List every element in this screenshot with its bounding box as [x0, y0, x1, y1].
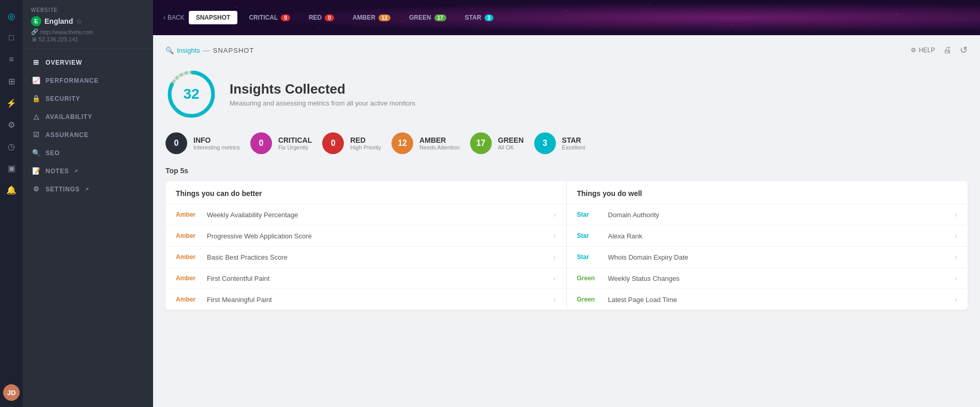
well-label-4: Latest Page Load Time: [608, 296, 955, 304]
better-arrow-2: ›: [553, 253, 556, 261]
stat-star[interactable]: 3 STAR Excellent: [534, 132, 585, 154]
star-sublabel: Excellent: [562, 144, 585, 150]
nav-icon-clock[interactable]: ◷: [2, 137, 21, 156]
critical-badge: 0: [281, 14, 290, 21]
sidebar-item-settings[interactable]: ⚙ SETTINGS ↗: [23, 180, 153, 198]
well-arrow-1: ›: [955, 232, 957, 240]
site-name-row: E England ☆: [31, 16, 145, 26]
sidebar-item-assurance[interactable]: ☑ ASSURANCE: [23, 126, 153, 144]
overview-icon: ⊞: [32, 58, 40, 66]
better-status-0: Amber: [176, 211, 207, 218]
green-sublabel: All OK: [498, 144, 524, 150]
site-name[interactable]: England: [44, 17, 73, 25]
critical-circle: 0: [250, 132, 272, 154]
better-arrow-1: ›: [553, 232, 556, 240]
nav-icon-dashboard[interactable]: ⊞: [2, 71, 21, 91]
nav-icon-bell[interactable]: 🔔: [2, 180, 21, 200]
top5-better-row-0[interactable]: Amber Weekly Availability Percentage ›: [165, 204, 566, 225]
amber-circle: 12: [391, 132, 413, 154]
sidebar-item-overview[interactable]: ⊞ OVERVIEW: [23, 53, 153, 71]
nav-icon-monitor[interactable]: □: [2, 28, 21, 48]
insights-text: Insights Collected Measuring and assessi…: [230, 81, 415, 107]
top5-well-col: Things you do well Star Domain Authority…: [567, 181, 968, 310]
top5-better-heading: Things you can do better: [165, 181, 566, 204]
top5-better-row-2[interactable]: Amber Basic Best Practices Score ›: [165, 247, 566, 268]
website-section: WEBSITE E England ☆ 🔗 http://www.thefa.c…: [23, 0, 153, 49]
red-circle: 0: [322, 132, 344, 154]
green-badge: 17: [434, 14, 446, 21]
top5-better-row-4[interactable]: Amber First Meaningful Paint ›: [165, 289, 566, 310]
better-arrow-3: ›: [553, 274, 556, 282]
star-badge: 3: [485, 14, 494, 21]
insights-banner: 32 Insights Collected Measuring and asse…: [153, 63, 980, 132]
breadcrumb-link[interactable]: Insights: [177, 47, 200, 54]
sidebar-item-performance[interactable]: 📈 PERFORMANCE: [23, 71, 153, 89]
breadcrumb: 🔍 Insights — SNAPSHOT: [165, 47, 254, 54]
red-label: RED: [350, 136, 381, 144]
top5-well-row-4[interactable]: Green Latest Page Load Time ›: [567, 289, 968, 310]
back-arrow-icon: ‹: [163, 14, 165, 21]
star-label: STAR: [562, 136, 585, 144]
settings-icon: ⚙: [32, 185, 40, 193]
tab-green[interactable]: GREEN 17: [402, 11, 454, 24]
external-icon: ↗: [74, 169, 79, 174]
notes-icon: 📝: [32, 167, 40, 175]
site-ip: 🖥 52.136.225.141: [31, 36, 145, 42]
sidebar: WEBSITE E England ☆ 🔗 http://www.thefa.c…: [23, 0, 153, 407]
info-circle: 0: [165, 132, 187, 154]
help-button[interactable]: ⚙ HELP: [911, 47, 935, 54]
search-icon: 🔍: [165, 47, 174, 54]
top5-well-heading: Things you do well: [567, 181, 968, 204]
top5-well-row-3[interactable]: Green Weekly Status Changes ›: [567, 268, 968, 289]
stat-green[interactable]: 17 GREEN All OK: [470, 132, 524, 154]
breadcrumb-separator: —: [203, 47, 210, 54]
back-button[interactable]: ‹ BACK: [163, 14, 185, 21]
tab-amber[interactable]: AMBER 12: [345, 11, 398, 24]
well-label-3: Weekly Status Changes: [608, 275, 955, 282]
top5-grid: Things you can do better Amber Weekly Av…: [165, 181, 968, 310]
nav-icon-settings[interactable]: ⚙: [2, 115, 21, 134]
better-status-4: Amber: [176, 296, 207, 303]
refresh-icon[interactable]: ↺: [960, 44, 968, 56]
tab-star[interactable]: STAR 3: [458, 11, 501, 24]
top5-title: Top 5s: [165, 167, 968, 175]
sidebar-item-notes[interactable]: 📝 NOTES ↗: [23, 162, 153, 180]
red-sublabel: High Priority: [350, 144, 381, 150]
nav-icon-analytics[interactable]: ⚡: [2, 93, 21, 113]
tab-red[interactable]: RED 0: [301, 11, 341, 24]
stat-red[interactable]: 0 RED High Priority: [322, 132, 381, 154]
top5-better-col: Things you can do better Amber Weekly Av…: [165, 181, 567, 310]
well-label-1: Alexa Rank: [608, 232, 955, 240]
insights-title: Insights Collected: [230, 81, 415, 97]
amber-badge: 12: [379, 14, 390, 21]
content-area: 🔍 Insights — SNAPSHOT ⚙ HELP 🖨 ↺: [153, 35, 980, 407]
top5-better-row-3[interactable]: Amber First Contentful Paint ›: [165, 268, 566, 289]
print-icon[interactable]: 🖨: [943, 46, 952, 55]
website-label: WEBSITE: [31, 7, 145, 13]
top5-well-row-2[interactable]: Star Whois Domain Expiry Date ›: [567, 247, 968, 268]
tab-snapshot[interactable]: SNAPSHOT: [189, 11, 238, 24]
better-label-0: Weekly Availability Percentage: [207, 211, 553, 219]
stat-amber[interactable]: 12 AMBER Needs Attention: [391, 132, 460, 154]
user-avatar[interactable]: JD: [3, 384, 20, 401]
site-initial-icon: E: [31, 16, 41, 26]
top5-better-row-1[interactable]: Amber Progressive Web Application Score …: [165, 225, 566, 247]
site-url[interactable]: 🔗 http://www.thefa.com: [31, 28, 145, 35]
insights-count: 32: [165, 68, 217, 120]
nav-icon-tv[interactable]: ▣: [2, 158, 21, 178]
sidebar-item-seo[interactable]: 🔍 SEO: [23, 144, 153, 162]
top5-well-row-0[interactable]: Star Domain Authority ›: [567, 204, 968, 225]
sidebar-item-security[interactable]: 🔒 SECURITY: [23, 89, 153, 108]
nav-icon-reports[interactable]: ≡: [2, 50, 21, 69]
insights-subtitle: Measuring and assessing metrics from all…: [230, 99, 415, 107]
stat-info[interactable]: 0 INFO Interesting metrics: [165, 132, 240, 154]
stat-critical[interactable]: 0 CRITICAL Fix Urgently: [250, 132, 312, 154]
seo-icon: 🔍: [32, 149, 40, 157]
tab-critical[interactable]: CRITICAL 0: [242, 11, 297, 24]
better-label-3: First Contentful Paint: [207, 275, 553, 282]
better-label-1: Progressive Web Application Score: [207, 232, 553, 240]
critical-sublabel: Fix Urgently: [278, 144, 312, 150]
nav-icon-globe[interactable]: ◎: [2, 6, 21, 26]
sidebar-item-availability[interactable]: △ AVAILABILITY: [23, 108, 153, 126]
top5-well-row-1[interactable]: Star Alexa Rank ›: [567, 225, 968, 247]
